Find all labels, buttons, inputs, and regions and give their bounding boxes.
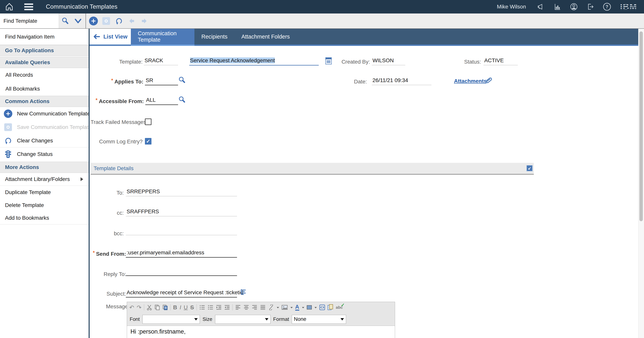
clear-changes-button[interactable]	[112, 14, 125, 28]
source-code-icon[interactable]	[319, 304, 325, 310]
tab-strip: List View Communication Template Recipie…	[90, 29, 638, 46]
redo-icon[interactable]	[136, 304, 142, 311]
action-save-communication-template-disabled[interactable]: Save Communication Template	[0, 120, 89, 134]
traffic-light-icon	[4, 150, 12, 158]
vertical-scrollbar[interactable]	[638, 29, 644, 338]
message-rich-text-editor: B I U S	[127, 302, 395, 338]
action-add-to-bookmarks[interactable]: Add to Bookmarks	[0, 212, 89, 224]
paperclip-icon[interactable]	[484, 76, 493, 84]
search-icon[interactable]	[59, 14, 72, 28]
date-label: Date:	[338, 78, 367, 85]
image-icon[interactable]	[282, 305, 288, 310]
sidebar-item-find-navigation[interactable]: Find Navigation Item	[0, 29, 89, 45]
sign-out-icon[interactable]	[586, 3, 594, 10]
sidebar-item-all-bookmarks[interactable]: All Bookmarks	[0, 82, 89, 96]
underline-button[interactable]: U	[184, 305, 188, 310]
scrollbar-thumb[interactable]	[640, 32, 643, 221]
justify-icon[interactable]	[260, 305, 266, 310]
spellcheck-icon[interactable]: abc	[336, 305, 343, 310]
bcc-label: bcc:	[104, 230, 124, 237]
track-failed-messages-checkbox[interactable]	[145, 118, 152, 125]
action-delete-template[interactable]: Delete Template	[0, 199, 89, 212]
subject-field[interactable]: Acknowledge receipt of Service Request :…	[126, 290, 237, 298]
profile-icon[interactable]	[570, 3, 578, 10]
link-icon[interactable]	[268, 304, 274, 310]
undo-icon[interactable]	[129, 304, 134, 311]
accessible-from-lookup-icon[interactable]	[178, 96, 186, 104]
template-field[interactable]: SRACK	[144, 58, 178, 65]
align-left-icon[interactable]	[235, 305, 241, 310]
section-title: Template Details	[94, 165, 134, 172]
text-color-icon[interactable]: A	[295, 304, 299, 311]
tab-communication-template[interactable]: Communication Template	[131, 29, 194, 44]
tab-recipients[interactable]: Recipients	[194, 29, 234, 44]
advanced-search-chevron-icon[interactable]	[72, 14, 84, 28]
app-title: Communication Templates	[46, 3, 118, 10]
collapse-section-icon[interactable]	[526, 165, 532, 171]
required-asterisk: *	[93, 250, 95, 255]
strikethrough-button[interactable]: S	[190, 305, 194, 310]
reports-chart-icon[interactable]	[554, 3, 561, 10]
to-field[interactable]: SRREPPERS	[126, 188, 237, 196]
image-dropdown-caret[interactable]	[290, 307, 293, 310]
required-asterisk: *	[111, 78, 113, 83]
highlight-color-icon[interactable]	[307, 305, 312, 310]
send-from-field[interactable]: :user.primaryemail.emailaddress	[126, 250, 237, 258]
save-record-button-disabled[interactable]	[100, 14, 112, 28]
attachments-link[interactable]: Attachments	[454, 78, 487, 84]
action-clear-changes[interactable]: Clear Changes	[0, 134, 89, 148]
announcement-icon[interactable]	[537, 3, 544, 10]
sidebar-header-available-queries[interactable]: Available Queries	[0, 57, 89, 68]
sidebar-item-all-records[interactable]: All Records	[0, 68, 89, 82]
applies-to-lookup-icon[interactable]	[178, 76, 186, 84]
applies-to-field[interactable]: SR	[145, 77, 178, 85]
link-dropdown-caret[interactable]	[277, 307, 279, 310]
comm-log-entry-checkbox[interactable]	[145, 138, 152, 144]
subject-long-description-icon[interactable]	[240, 288, 247, 296]
editor-toolbar: B I U S	[127, 302, 395, 313]
bullet-list-icon[interactable]	[208, 305, 213, 310]
sidebar-header-more-actions: More Actions	[0, 162, 89, 173]
numbered-list-icon[interactable]	[199, 305, 205, 310]
indent-icon[interactable]	[216, 305, 222, 310]
user-name[interactable]: Mike Wilson	[497, 4, 526, 10]
template-description-field[interactable]: Service Request Acknowledgement	[189, 58, 319, 66]
font-select[interactable]	[142, 315, 200, 324]
action-attachment-library-folders[interactable]: Attachment Library/Folders	[0, 173, 89, 186]
accessible-from-field[interactable]: ALL	[145, 97, 178, 105]
sidebar-header-go-to-applications[interactable]: Go To Applications	[0, 45, 89, 56]
help-icon[interactable]	[603, 3, 611, 10]
reply-to-field[interactable]	[126, 270, 237, 276]
format-select[interactable]: None	[292, 315, 346, 324]
paste-icon[interactable]	[162, 304, 168, 310]
outdent-icon[interactable]	[224, 305, 230, 310]
find-template-input[interactable]	[0, 14, 59, 28]
cut-icon[interactable]	[147, 304, 152, 310]
highlight-color-caret[interactable]	[314, 307, 317, 310]
action-duplicate-template[interactable]: Duplicate Template	[0, 186, 89, 199]
italic-button[interactable]: I	[180, 305, 181, 310]
bcc-field[interactable]	[126, 229, 237, 235]
bold-button[interactable]: B	[173, 305, 177, 310]
size-select[interactable]	[215, 315, 270, 324]
menu-icon[interactable]	[24, 4, 33, 10]
home-icon[interactable]	[5, 2, 14, 11]
back-to-list-view[interactable]: List View	[90, 29, 131, 44]
editor-font-row: Font Size Format None	[127, 313, 395, 326]
to-label: To:	[104, 190, 124, 196]
action-new-communication-template[interactable]: New Communication Template	[0, 107, 89, 120]
previous-record-arrow-disabled[interactable]	[125, 14, 138, 28]
text-color-caret[interactable]	[302, 307, 304, 310]
tab-attachment-folders[interactable]: Attachment Folders	[234, 29, 296, 44]
template-details-section-header: Template Details	[90, 163, 534, 175]
action-change-status[interactable]: Change Status	[0, 148, 89, 161]
paste-from-word-icon[interactable]	[328, 304, 333, 310]
copy-icon[interactable]	[154, 304, 160, 310]
required-asterisk: *	[96, 97, 98, 103]
message-body[interactable]: Hi :person.firstname,	[127, 326, 395, 338]
align-right-icon[interactable]	[252, 305, 258, 310]
new-record-button[interactable]	[87, 14, 100, 28]
align-center-icon[interactable]	[244, 305, 249, 310]
next-record-arrow-disabled[interactable]	[138, 14, 151, 28]
cc-field[interactable]: SRAFFPERS	[126, 208, 237, 216]
